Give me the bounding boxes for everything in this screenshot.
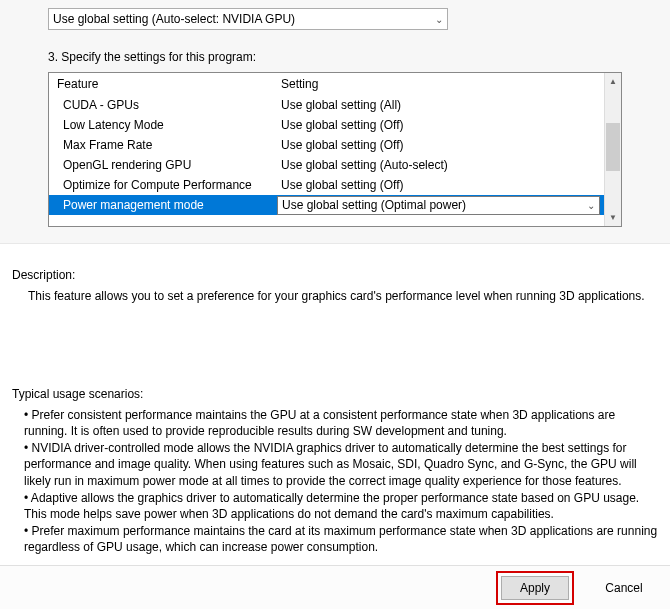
scroll-thumb[interactable] [606, 123, 620, 171]
table-row[interactable]: Optimize for Compute Performance Use glo… [49, 175, 604, 195]
step-3-label: 3. Specify the settings for this program… [48, 50, 622, 64]
scroll-up-icon[interactable]: ▲ [605, 73, 621, 90]
table-row[interactable]: OpenGL rendering GPU Use global setting … [49, 155, 604, 175]
table-row[interactable]: Max Frame Rate Use global setting (Off) [49, 135, 604, 155]
feature-cell: Max Frame Rate [49, 138, 277, 152]
table-row[interactable]: Low Latency Mode Use global setting (Off… [49, 115, 604, 135]
description-text: This feature allows you to set a prefere… [12, 288, 658, 305]
scrollbar[interactable]: ▲ ▼ [604, 73, 621, 226]
bullet-item: • Prefer maximum performance maintains t… [24, 523, 658, 555]
settings-panel: Use global setting (Auto-select: NVIDIA … [0, 0, 670, 244]
setting-cell: Use global setting (Off) [277, 138, 604, 152]
bullet-item: • NVIDIA driver-controlled mode allows t… [24, 440, 658, 489]
table-headers: Feature Setting [49, 73, 604, 95]
settings-table: Feature Setting CUDA - GPUs Use global s… [48, 72, 622, 227]
setting-dropdown-wrap: Use global setting (Optimal power) ⌄ [277, 196, 604, 215]
scenarios-label: Typical usage scenarios: [12, 387, 658, 401]
chevron-down-icon: ⌄ [435, 14, 443, 25]
feature-cell: OpenGL rendering GPU [49, 158, 277, 172]
bullet-item: • Prefer consistent performance maintain… [24, 407, 658, 439]
info-section: Description: This feature allows you to … [0, 244, 670, 555]
setting-cell: Use global setting (Off) [277, 118, 604, 132]
setting-cell: Use global setting (Off) [277, 178, 604, 192]
cancel-button[interactable]: Cancel [590, 576, 658, 600]
description-label: Description: [12, 268, 658, 282]
setting-dropdown-value: Use global setting (Optimal power) [282, 198, 466, 212]
header-setting: Setting [277, 77, 604, 91]
setting-cell: Use global setting (All) [277, 98, 604, 112]
apply-button[interactable]: Apply [501, 576, 569, 600]
footer: Apply Cancel [0, 565, 670, 609]
table-row-selected[interactable]: Power management mode Use global setting… [49, 195, 604, 215]
scenarios-list: • Prefer consistent performance maintain… [12, 407, 658, 556]
table-row[interactable]: CUDA - GPUs Use global setting (All) [49, 95, 604, 115]
header-feature: Feature [49, 77, 277, 91]
feature-cell: Power management mode [49, 198, 277, 212]
chevron-down-icon: ⌄ [587, 200, 595, 211]
setting-dropdown[interactable]: Use global setting (Optimal power) ⌄ [277, 196, 600, 215]
setting-cell: Use global setting (Auto-select) [277, 158, 604, 172]
apply-highlight: Apply [496, 571, 574, 605]
feature-cell: Optimize for Compute Performance [49, 178, 277, 192]
feature-cell: Low Latency Mode [49, 118, 277, 132]
table-body: Feature Setting CUDA - GPUs Use global s… [49, 73, 604, 226]
scroll-down-icon[interactable]: ▼ [605, 209, 621, 226]
dropdown-value: Use global setting (Auto-select: NVIDIA … [53, 12, 295, 26]
program-gpu-select[interactable]: Use global setting (Auto-select: NVIDIA … [48, 8, 448, 30]
feature-cell: CUDA - GPUs [49, 98, 277, 112]
bullet-item: • Adaptive allows the graphics driver to… [24, 490, 658, 522]
